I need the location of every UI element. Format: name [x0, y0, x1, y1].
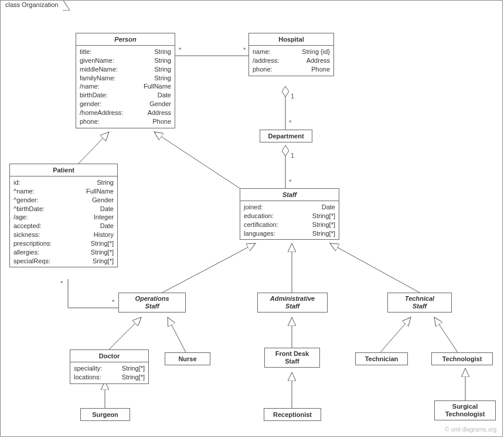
class-technical-staff: TechnicalStaff — [387, 293, 452, 313]
svg-line-4 — [154, 132, 248, 194]
svg-line-5 — [162, 243, 256, 293]
svg-line-9 — [168, 317, 186, 352]
class-doctor: Doctor speciality:String[*] locations:St… — [70, 349, 149, 384]
class-administrative-staff-name: AdministrativeStaff — [258, 293, 327, 312]
class-surgical-technologist: SurgicalTechnologist — [434, 400, 496, 420]
svg-line-7 — [330, 243, 420, 293]
class-doctor-name: Doctor — [70, 350, 148, 362]
class-patient-name: Patient — [10, 164, 117, 176]
svg-line-3 — [79, 132, 109, 164]
class-patient: Patient id:String ^name:FullName ^gender… — [9, 164, 118, 267]
class-hospital: Hospital name:String {id} /address:Addre… — [248, 33, 334, 76]
class-surgeon-name: Surgeon — [81, 409, 130, 420]
frame-title-tab: class Organization — [0, 0, 64, 11]
watermark: © uml-diagrams.org — [445, 426, 496, 433]
class-patient-attrs: id:String ^name:FullName ^gender:Gender … — [10, 176, 117, 267]
svg-line-11 — [380, 317, 411, 352]
class-department: Department — [260, 130, 312, 142]
mult-patient-ops-right: * — [111, 298, 115, 305]
class-technologist-name: Technologist — [432, 353, 492, 365]
class-staff-attrs: joined:Date education:String[*] certific… — [240, 201, 339, 239]
class-staff-name: Staff — [240, 189, 339, 201]
svg-line-12 — [434, 317, 458, 352]
mult-patient-ops-left: * — [59, 280, 64, 287]
class-hospital-attrs: name:String {id} /address:Address phone:… — [249, 46, 333, 76]
class-surgical-technologist-name: SurgicalTechnologist — [435, 401, 495, 420]
class-technician-name: Technician — [356, 353, 407, 365]
mult-person-hospital-right: * — [242, 46, 247, 53]
class-person-attrs: title:String givenName:String middleName… — [76, 46, 175, 128]
diagram-frame: class Organization — [0, 0, 503, 437]
class-surgeon: Surgeon — [80, 408, 130, 421]
class-staff: Staff joined:Date education:String[*] ce… — [240, 188, 339, 240]
class-receptionist-name: Receptionist — [264, 409, 321, 420]
class-department-name: Department — [260, 130, 312, 142]
class-operations-staff-name: OperationsStaff — [119, 293, 185, 312]
class-front-desk-staff: Front DeskStaff — [264, 348, 320, 368]
class-administrative-staff: AdministrativeStaff — [257, 293, 328, 313]
class-technical-staff-name: TechnicalStaff — [388, 293, 451, 312]
class-receptionist: Receptionist — [264, 408, 321, 421]
mult-person-hospital-left: * — [178, 46, 182, 53]
class-operations-staff: OperationsStaff — [118, 293, 186, 313]
class-technician: Technician — [355, 352, 408, 365]
class-nurse: Nurse — [165, 352, 210, 365]
class-hospital-name: Hospital — [249, 33, 333, 46]
class-person: Person title:String givenName:String mid… — [76, 33, 175, 128]
mult-dept-staff-star: * — [288, 178, 292, 185]
mult-hospital-dept-star: * — [288, 119, 292, 126]
class-person-name: Person — [76, 33, 175, 46]
class-doctor-attrs: speciality:String[*] locations:String[*] — [70, 362, 148, 383]
svg-line-8 — [109, 317, 141, 349]
mult-dept-staff-one: 1 — [290, 152, 295, 159]
class-nurse-name: Nurse — [165, 353, 210, 365]
frame-title: class Organization — [5, 1, 59, 8]
class-front-desk-staff-name: Front DeskStaff — [265, 348, 319, 367]
mult-hospital-dept-one: 1 — [290, 93, 295, 100]
class-technologist: Technologist — [431, 352, 493, 365]
